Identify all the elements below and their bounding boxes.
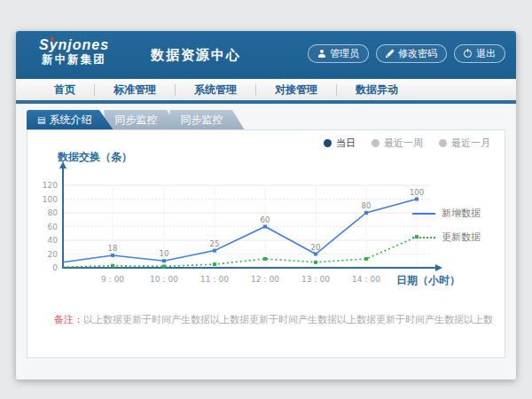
svg-text:25: 25	[210, 239, 220, 248]
svg-text:100: 100	[43, 195, 58, 204]
user-toolbar: 管理员 修改密码 退出	[308, 44, 505, 63]
nav-item-data-change[interactable]: 数据异动	[337, 82, 417, 98]
nav-item-standard-mgmt[interactable]: 标准管理	[95, 82, 175, 98]
svg-text:60: 60	[261, 215, 270, 224]
svg-text:60: 60	[48, 223, 59, 231]
page-title: 数据资源中心	[151, 47, 241, 64]
admin-user-button[interactable]: 管理员	[308, 44, 369, 63]
logo-text-cn: 新中新集团	[39, 53, 109, 66]
nav-item-interface-mgmt[interactable]: 对接管理	[256, 82, 336, 98]
svg-text:40: 40	[48, 236, 59, 245]
svg-text:120: 120	[43, 181, 58, 190]
note-text: 以上数据更新于时间产生数据以上数据更新于时间产生数据以上数据更新于时间产生数据以…	[83, 314, 492, 325]
company-logo: Synjones 新中新集团	[39, 37, 109, 66]
svg-text:12：00: 12：00	[251, 275, 279, 284]
svg-text:80: 80	[48, 208, 59, 217]
svg-text:80: 80	[362, 201, 372, 210]
svg-text:18: 18	[108, 244, 118, 253]
admin-user-label: 管理员	[330, 47, 359, 60]
logo-text-en: Synjones	[39, 37, 109, 53]
content-area: ▤系统介绍 同步监控 同步监控 当日 最近一周 最近一月 数据	[16, 104, 516, 379]
app-header: Synjones 新中新集团 数据资源中心 管理员 修改密码 退出	[16, 31, 516, 79]
legend-item-new-data[interactable]: 新增数据	[412, 207, 494, 220]
legend-item-updated-data[interactable]: 更新数据	[412, 231, 494, 244]
change-password-button[interactable]: 修改密码	[376, 44, 447, 63]
svg-text:10: 10	[160, 249, 169, 258]
legend-label-updated-data: 更新数据	[442, 231, 481, 244]
change-password-label: 修改密码	[398, 47, 437, 60]
logout-button[interactable]: 退出	[454, 44, 505, 63]
svg-text:20: 20	[311, 243, 321, 252]
footer-note: 备注：以上数据更新于时间产生数据以上数据更新于时间产生数据以上数据更新于时间产生…	[54, 313, 492, 326]
svg-text:14：00: 14：00	[352, 275, 380, 284]
note-prefix: 备注：	[54, 314, 83, 325]
tab-bar: ▤系统介绍 同步监控 同步监控	[27, 110, 235, 129]
edit-icon	[386, 50, 394, 58]
series-legend: 新增数据 更新数据	[412, 207, 494, 254]
power-icon	[464, 50, 472, 58]
tab-sync-monitor-2[interactable]: 同步监控	[169, 110, 244, 129]
svg-text:13：00: 13：00	[301, 275, 330, 284]
legend-label-new-data: 新增数据	[442, 207, 481, 220]
logout-label: 退出	[476, 47, 496, 60]
chart-panel: 当日 最近一周 最近一月 数据交换（条） 0204060801001209：00…	[27, 129, 505, 358]
green-dotted-line-icon	[412, 237, 435, 239]
user-icon	[317, 50, 325, 58]
app-window: Synjones 新中新集团 数据资源中心 管理员 修改密码 退出 首页 标准管…	[16, 31, 516, 379]
tab-system-intro[interactable]: ▤系统介绍	[27, 110, 113, 129]
svg-text:11：00: 11：00	[200, 275, 229, 284]
main-nav: 首页 标准管理 系统管理 对接管理 数据异动	[16, 79, 516, 104]
svg-text:100: 100	[410, 188, 424, 197]
svg-text:日期（小时）: 日期（小时）	[396, 274, 460, 286]
svg-text:10：00: 10：00	[150, 275, 178, 284]
logo-red-dot-icon	[51, 37, 54, 41]
svg-text:20: 20	[48, 250, 59, 259]
tab-sync-monitor-1[interactable]: 同步监控	[104, 110, 178, 129]
svg-text:9：00: 9：00	[101, 275, 124, 284]
document-icon: ▤	[37, 115, 45, 125]
blue-line-icon	[412, 213, 435, 215]
nav-item-system-mgmt[interactable]: 系统管理	[176, 82, 255, 98]
svg-text:0: 0	[52, 263, 58, 272]
nav-item-home[interactable]: 首页	[35, 82, 94, 98]
